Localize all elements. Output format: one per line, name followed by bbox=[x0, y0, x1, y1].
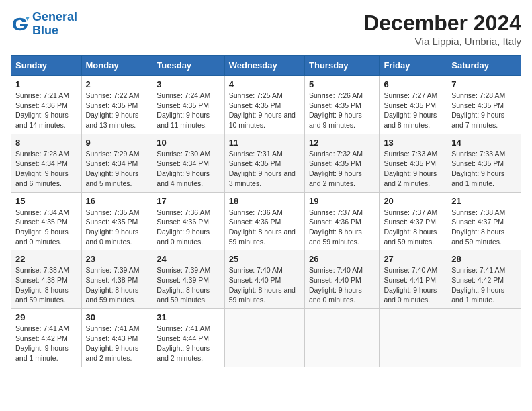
calendar-table: SundayMondayTuesdayWednesdayThursdayFrid… bbox=[11, 55, 521, 367]
day-info: Sunrise: 7:38 AM Sunset: 4:38 PM Dayligh… bbox=[15, 265, 77, 305]
calendar-cell: 23 Sunrise: 7:39 AM Sunset: 4:38 PM Dayl… bbox=[81, 250, 152, 309]
day-number: 1 bbox=[15, 79, 77, 89]
title-area: December 2024 Via Lippia, Umbria, Italy bbox=[363, 11, 521, 47]
day-number: 2 bbox=[86, 79, 148, 89]
day-info: Sunrise: 7:41 AM Sunset: 4:43 PM Dayligh… bbox=[86, 324, 148, 363]
day-number: 5 bbox=[309, 79, 375, 89]
column-header-monday: Monday bbox=[81, 56, 152, 76]
calendar-cell: 18 Sunrise: 7:36 AM Sunset: 4:36 PM Dayl… bbox=[224, 192, 304, 250]
calendar-cell: 9 Sunrise: 7:29 AM Sunset: 4:34 PM Dayli… bbox=[81, 134, 152, 192]
column-header-sunday: Sunday bbox=[11, 56, 82, 76]
day-number: 17 bbox=[157, 196, 220, 206]
calendar-cell: 27 Sunrise: 7:40 AM Sunset: 4:41 PM Dayl… bbox=[380, 250, 447, 309]
calendar-cell: 31 Sunrise: 7:41 AM Sunset: 4:44 PM Dayl… bbox=[152, 309, 224, 367]
day-number: 19 bbox=[309, 196, 375, 206]
calendar-cell: 29 Sunrise: 7:41 AM Sunset: 4:42 PM Dayl… bbox=[11, 309, 82, 367]
day-info: Sunrise: 7:31 AM Sunset: 4:35 PM Dayligh… bbox=[229, 149, 300, 189]
column-header-tuesday: Tuesday bbox=[152, 56, 224, 76]
calendar-cell: 19 Sunrise: 7:37 AM Sunset: 4:36 PM Dayl… bbox=[305, 192, 380, 250]
calendar-cell: 2 Sunrise: 7:22 AM Sunset: 4:35 PM Dayli… bbox=[81, 76, 152, 134]
day-number: 22 bbox=[15, 254, 77, 264]
day-number: 26 bbox=[309, 254, 375, 264]
day-number: 28 bbox=[451, 254, 517, 264]
day-number: 18 bbox=[229, 196, 300, 206]
calendar-cell: 28 Sunrise: 7:41 AM Sunset: 4:42 PM Dayl… bbox=[447, 250, 521, 309]
day-number: 31 bbox=[157, 312, 220, 322]
day-number: 9 bbox=[86, 138, 148, 148]
calendar-cell: 13 Sunrise: 7:33 AM Sunset: 4:35 PM Dayl… bbox=[380, 134, 447, 192]
column-header-saturday: Saturday bbox=[447, 56, 521, 76]
day-info: Sunrise: 7:40 AM Sunset: 4:40 PM Dayligh… bbox=[309, 265, 375, 305]
month-title: December 2024 bbox=[363, 11, 521, 36]
day-number: 23 bbox=[86, 254, 148, 264]
day-number: 29 bbox=[15, 312, 77, 322]
day-number: 10 bbox=[157, 138, 220, 148]
day-info: Sunrise: 7:33 AM Sunset: 4:35 PM Dayligh… bbox=[384, 149, 443, 189]
day-number: 25 bbox=[229, 254, 300, 264]
day-number: 4 bbox=[229, 79, 300, 89]
calendar-cell bbox=[447, 309, 521, 367]
day-info: Sunrise: 7:28 AM Sunset: 4:35 PM Dayligh… bbox=[451, 91, 517, 130]
day-info: Sunrise: 7:25 AM Sunset: 4:35 PM Dayligh… bbox=[229, 91, 300, 130]
day-info: Sunrise: 7:29 AM Sunset: 4:34 PM Dayligh… bbox=[86, 149, 148, 189]
svg-marker-0 bbox=[26, 17, 30, 21]
logo-text: General Blue bbox=[32, 11, 77, 38]
calendar-cell: 14 Sunrise: 7:33 AM Sunset: 4:35 PM Dayl… bbox=[447, 134, 521, 192]
day-info: Sunrise: 7:27 AM Sunset: 4:35 PM Dayligh… bbox=[384, 91, 443, 130]
day-number: 14 bbox=[451, 138, 517, 148]
day-number: 3 bbox=[157, 79, 220, 89]
column-header-friday: Friday bbox=[380, 56, 447, 76]
logo-icon bbox=[11, 15, 30, 34]
day-number: 13 bbox=[384, 138, 443, 148]
column-header-thursday: Thursday bbox=[305, 56, 380, 76]
calendar-cell: 7 Sunrise: 7:28 AM Sunset: 4:35 PM Dayli… bbox=[447, 76, 521, 134]
day-info: Sunrise: 7:40 AM Sunset: 4:40 PM Dayligh… bbox=[229, 265, 300, 305]
calendar-cell: 26 Sunrise: 7:40 AM Sunset: 4:40 PM Dayl… bbox=[305, 250, 380, 309]
calendar-cell: 6 Sunrise: 7:27 AM Sunset: 4:35 PM Dayli… bbox=[380, 76, 447, 134]
day-number: 21 bbox=[451, 196, 517, 206]
day-info: Sunrise: 7:41 AM Sunset: 4:44 PM Dayligh… bbox=[157, 324, 220, 363]
calendar-cell: 30 Sunrise: 7:41 AM Sunset: 4:43 PM Dayl… bbox=[81, 309, 152, 367]
day-info: Sunrise: 7:38 AM Sunset: 4:37 PM Dayligh… bbox=[451, 208, 517, 247]
day-number: 8 bbox=[15, 138, 77, 148]
calendar-cell: 16 Sunrise: 7:35 AM Sunset: 4:35 PM Dayl… bbox=[81, 192, 152, 250]
day-number: 24 bbox=[157, 254, 220, 264]
location: Via Lippia, Umbria, Italy bbox=[363, 36, 521, 47]
day-number: 12 bbox=[309, 138, 375, 148]
day-number: 6 bbox=[384, 79, 443, 89]
calendar-cell: 5 Sunrise: 7:26 AM Sunset: 4:35 PM Dayli… bbox=[305, 76, 380, 134]
day-number: 11 bbox=[229, 138, 300, 148]
day-number: 30 bbox=[86, 312, 148, 322]
day-info: Sunrise: 7:37 AM Sunset: 4:37 PM Dayligh… bbox=[384, 208, 443, 247]
calendar-cell: 8 Sunrise: 7:28 AM Sunset: 4:34 PM Dayli… bbox=[11, 134, 82, 192]
calendar-cell bbox=[380, 309, 447, 367]
calendar-cell: 10 Sunrise: 7:30 AM Sunset: 4:34 PM Dayl… bbox=[152, 134, 224, 192]
calendar-cell bbox=[224, 309, 304, 367]
day-info: Sunrise: 7:21 AM Sunset: 4:36 PM Dayligh… bbox=[15, 91, 77, 130]
day-info: Sunrise: 7:36 AM Sunset: 4:36 PM Dayligh… bbox=[229, 208, 300, 247]
calendar-cell: 24 Sunrise: 7:39 AM Sunset: 4:39 PM Dayl… bbox=[152, 250, 224, 309]
calendar-cell bbox=[305, 309, 380, 367]
day-info: Sunrise: 7:22 AM Sunset: 4:35 PM Dayligh… bbox=[86, 91, 148, 130]
day-info: Sunrise: 7:39 AM Sunset: 4:39 PM Dayligh… bbox=[157, 265, 220, 305]
day-info: Sunrise: 7:26 AM Sunset: 4:35 PM Dayligh… bbox=[309, 91, 375, 130]
day-info: Sunrise: 7:41 AM Sunset: 4:42 PM Dayligh… bbox=[15, 324, 77, 363]
day-number: 7 bbox=[451, 79, 517, 89]
calendar-cell: 17 Sunrise: 7:36 AM Sunset: 4:36 PM Dayl… bbox=[152, 192, 224, 250]
calendar-cell: 11 Sunrise: 7:31 AM Sunset: 4:35 PM Dayl… bbox=[224, 134, 304, 192]
calendar-cell: 20 Sunrise: 7:37 AM Sunset: 4:37 PM Dayl… bbox=[380, 192, 447, 250]
day-number: 15 bbox=[15, 196, 77, 206]
calendar-cell: 15 Sunrise: 7:34 AM Sunset: 4:35 PM Dayl… bbox=[11, 192, 82, 250]
day-info: Sunrise: 7:39 AM Sunset: 4:38 PM Dayligh… bbox=[86, 265, 148, 305]
calendar-cell: 12 Sunrise: 7:32 AM Sunset: 4:35 PM Dayl… bbox=[305, 134, 380, 192]
calendar-cell: 21 Sunrise: 7:38 AM Sunset: 4:37 PM Dayl… bbox=[447, 192, 521, 250]
day-number: 16 bbox=[86, 196, 148, 206]
day-info: Sunrise: 7:37 AM Sunset: 4:36 PM Dayligh… bbox=[309, 208, 375, 247]
logo: General Blue bbox=[11, 11, 77, 38]
calendar-cell: 1 Sunrise: 7:21 AM Sunset: 4:36 PM Dayli… bbox=[11, 76, 82, 134]
column-header-wednesday: Wednesday bbox=[224, 56, 304, 76]
day-info: Sunrise: 7:35 AM Sunset: 4:35 PM Dayligh… bbox=[86, 208, 148, 247]
day-number: 27 bbox=[384, 254, 443, 264]
day-info: Sunrise: 7:33 AM Sunset: 4:35 PM Dayligh… bbox=[451, 149, 517, 189]
calendar-cell: 3 Sunrise: 7:24 AM Sunset: 4:35 PM Dayli… bbox=[152, 76, 224, 134]
